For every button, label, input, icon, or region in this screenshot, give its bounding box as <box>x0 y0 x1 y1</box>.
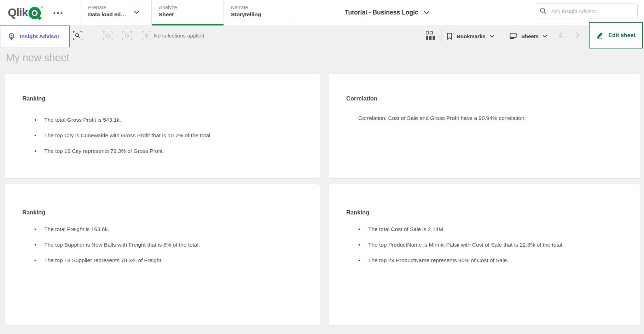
chevron-down-icon <box>134 11 139 14</box>
previous-sheet-button[interactable] <box>559 32 563 40</box>
insight-item: The total Gross Profit is 543.1k. <box>34 116 212 124</box>
search-input[interactable] <box>551 8 633 15</box>
active-tab-underline <box>152 24 224 25</box>
insight-list: The total Cost of Sale is 2.14M. The top… <box>358 225 564 272</box>
grid-layout-icon <box>425 31 435 41</box>
qlik-logo[interactable]: Qlik <box>8 4 44 21</box>
qlik-q-icon <box>28 4 44 21</box>
insight-item: The top Supplier is New Balls with Freig… <box>34 241 200 249</box>
sheets-label: Sheets <box>521 33 539 39</box>
tab-section-label: Narrate <box>231 5 295 10</box>
edit-sheet-button[interactable]: Edit sheet <box>589 22 643 48</box>
chevron-down-icon <box>424 11 429 15</box>
sheets-icon <box>509 32 517 40</box>
redo-icon <box>124 33 130 39</box>
divider <box>505 30 505 41</box>
selection-status: No selections applied <box>154 33 204 39</box>
card-heading: Ranking <box>22 209 45 216</box>
search-icon <box>539 7 547 15</box>
insight-advisor-label: Insight Advisor <box>20 33 59 40</box>
insight-card-ranking-1[interactable]: Ranking The total Gross Profit is 543.1k… <box>5 74 320 179</box>
insight-item: The top 18 Supplier represents 78.3% of … <box>34 257 200 264</box>
insight-item: The top 29 ProductName represents 80% of… <box>358 257 564 264</box>
sheet-title: My new sheet <box>6 52 69 64</box>
lightbulb-icon <box>7 32 16 41</box>
insight-item: The total Cost of Sale is 2.14M. <box>358 225 564 233</box>
next-sheet-button[interactable] <box>576 32 580 40</box>
sheet-area: Insight Advisor No selections applied <box>0 25 644 334</box>
chevron-down-icon <box>543 35 547 38</box>
card-heading: Ranking <box>22 95 45 102</box>
chevron-left-icon <box>559 32 563 38</box>
undo-icon <box>105 33 111 39</box>
edit-sheet-label: Edit sheet <box>608 32 635 39</box>
step-forward-button[interactable] <box>122 31 132 40</box>
step-back-button[interactable] <box>103 31 112 40</box>
more-menu-button[interactable] <box>53 10 64 16</box>
insight-item: The top City is Cunewalde with Gross Pro… <box>34 132 212 139</box>
insight-advisor-search <box>535 4 638 18</box>
insight-card-correlation[interactable]: Correlation Correlation: Cost of Sale an… <box>329 74 640 179</box>
tab-section-label: Analyze <box>159 5 224 10</box>
insight-advisor-button[interactable]: Insight Advisor <box>0 25 70 47</box>
app-header: Qlik Prepare Data load ed… Analyze Sheet… <box>0 0 644 25</box>
bookmarks-label: Bookmarks <box>457 33 486 39</box>
card-heading: Correlation <box>346 95 377 102</box>
tab-page-label: Sheet <box>159 11 224 18</box>
bookmark-icon <box>446 32 453 40</box>
bookmarks-button[interactable]: Bookmarks <box>446 30 494 42</box>
sheets-button[interactable]: Sheets <box>509 30 547 42</box>
tab-prepare[interactable]: Prepare Data load ed… <box>81 0 151 25</box>
tab-analyze[interactable]: Analyze Sheet <box>151 0 224 25</box>
divider <box>441 30 442 41</box>
ellipsis-icon <box>53 12 64 15</box>
pencil-icon <box>596 31 604 40</box>
chevron-down-icon <box>489 35 494 38</box>
insight-list: The total Freight is 163.6k. The top Sup… <box>34 225 200 272</box>
insight-item: The total Freight is 163.6k. <box>34 225 200 233</box>
tab-page-label: Storytelling <box>231 11 295 18</box>
insight-card-ranking-3[interactable]: Ranking The total Cost of Sale is 2.14M.… <box>329 184 640 326</box>
chevron-right-icon <box>576 32 580 38</box>
clear-selections-icon <box>144 33 150 39</box>
insight-list: The total Gross Profit is 543.1k. The to… <box>34 116 212 163</box>
tab-narrate[interactable]: Narrate Storytelling <box>224 0 295 25</box>
clear-selections-button[interactable] <box>142 31 151 40</box>
search-selections-icon <box>75 33 81 39</box>
insight-text: Correlation: Cost of Sale and Gross Prof… <box>358 114 526 122</box>
qlik-logo-text: Qlik <box>8 4 28 21</box>
insight-item: The top ProductName is Minnki Pälsii wit… <box>358 241 564 249</box>
card-heading: Ranking <box>346 209 369 216</box>
app-title: Tutorial - Business Logic <box>345 9 418 16</box>
search-selections-button[interactable] <box>73 31 82 40</box>
prepare-dropdown-button[interactable] <box>130 6 143 19</box>
insight-card-ranking-2[interactable]: Ranking The total Freight is 163.6k. The… <box>5 184 320 326</box>
app-title-menu[interactable]: Tutorial - Business Logic <box>345 0 429 25</box>
sheet-overview-button[interactable] <box>425 31 435 42</box>
insight-item: The top 19 City represents 79.3% of Gros… <box>34 147 212 155</box>
